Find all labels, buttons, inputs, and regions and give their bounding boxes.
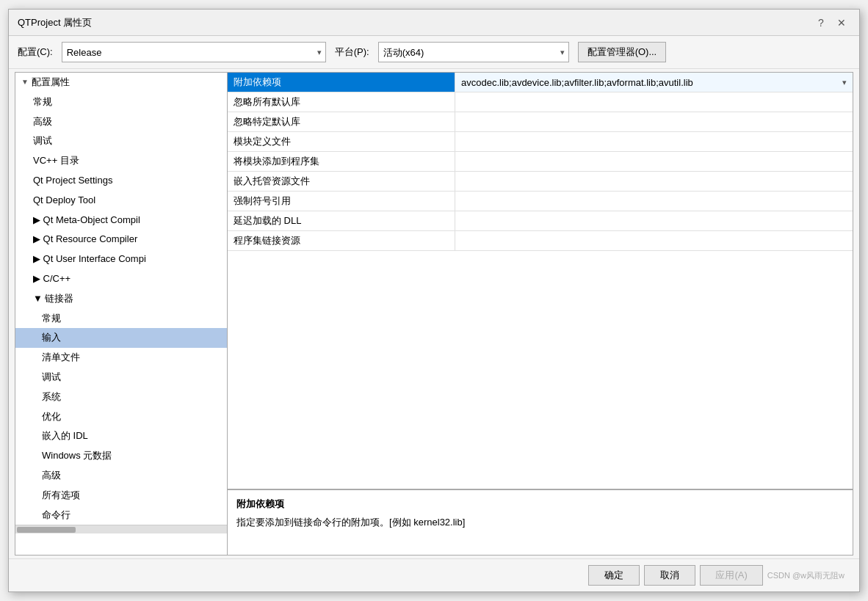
tree-root-label: 配置属性: [32, 75, 70, 90]
tree-item-qt-meta[interactable]: ▶ Qt Meta-Object Compil: [15, 211, 227, 230]
title-bar: QTProject 属性页 ? ✕: [9, 10, 859, 36]
tree-item-qt-project[interactable]: Qt Project Settings: [15, 171, 227, 191]
main-content: ▼ 配置属性 常规 高级 调试 VC++ 目录 Qt Project Setti…: [15, 72, 853, 556]
prop-value-5: [455, 172, 853, 191]
tree-item-vcdir[interactable]: VC++ 目录: [15, 151, 227, 171]
title-bar-buttons: ? ✕: [812, 14, 850, 32]
tree-item-linker-optimize[interactable]: 优化: [15, 407, 227, 427]
tree-item-qt-ui[interactable]: ▶ Qt User Interface Compi: [15, 249, 227, 269]
tree-root[interactable]: ▼ 配置属性: [15, 73, 227, 92]
prop-name-1: 忽略所有默认库: [228, 92, 455, 112]
toolbar: 配置(C): Release 平台(P): 活动(x64) 配置管理器(O)..…: [9, 36, 859, 69]
help-button[interactable]: ?: [812, 14, 830, 32]
prop-name-8: 程序集链接资源: [228, 231, 455, 250]
prop-row-8[interactable]: 程序集链接资源: [228, 231, 853, 251]
tree-scrollbar-thumb[interactable]: [17, 527, 76, 533]
close-button[interactable]: ✕: [833, 14, 850, 32]
root-expand-icon: ▼: [21, 76, 29, 88]
prop-value-text-0: avcodec.lib;avdevice.lib;avfilter.lib;av…: [461, 77, 693, 88]
prop-name-3: 模块定义文件: [228, 132, 455, 151]
prop-value-6: [455, 192, 853, 211]
tree-item-linker-advanced[interactable]: 高级: [15, 466, 227, 486]
prop-row-1[interactable]: 忽略所有默认库: [228, 92, 853, 112]
prop-value-8: [455, 231, 853, 250]
description-panel: 附加依赖项 指定要添加到链接命令行的附加项。[例如 kernel32.lib]: [228, 489, 853, 555]
config-select[interactable]: Release: [62, 42, 326, 62]
tree-item-linker-manifest[interactable]: 清单文件: [15, 348, 227, 368]
props-panel: 附加依赖项 avcodec.lib;avdevice.lib;avfilter.…: [228, 72, 853, 556]
tree-item-linker-regular[interactable]: 常规: [15, 309, 227, 329]
dialog: QTProject 属性页 ? ✕ 配置(C): Release 平台(P): …: [8, 9, 860, 592]
platform-select[interactable]: 活动(x64): [378, 42, 569, 62]
tree-item-linker-idl[interactable]: 嵌入的 IDL: [15, 426, 227, 446]
prop-row-5[interactable]: 嵌入托管资源文件: [228, 172, 853, 192]
tree-scrollbar[interactable]: [15, 525, 227, 533]
prop-name-2: 忽略特定默认库: [228, 112, 455, 131]
description-text: 指定要添加到链接命令行的附加项。[例如 kernel32.lib]: [236, 515, 844, 530]
tree-item-qt-deploy[interactable]: Qt Deploy Tool: [15, 191, 227, 211]
tree-item-linker-debug[interactable]: 调试: [15, 368, 227, 387]
prop-value-3: [455, 132, 853, 151]
tree-item-linker[interactable]: ▼ 链接器: [15, 289, 227, 309]
prop-row-2[interactable]: 忽略特定默认库: [228, 112, 853, 132]
config-select-wrapper: Release: [62, 42, 326, 62]
footer: 确定 取消 应用(A) CSDN @w风雨无阻w: [9, 558, 859, 591]
tree-item-cpp[interactable]: ▶ C/C++: [15, 269, 227, 289]
tree-panel: ▼ 配置属性 常规 高级 调试 VC++ 目录 Qt Project Setti…: [15, 72, 228, 556]
prop-value-chevron-0: ▾: [842, 78, 847, 87]
config-manager-button[interactable]: 配置管理器(O)...: [578, 42, 667, 62]
prop-value-2: [455, 112, 853, 131]
tree-item-debug1[interactable]: 调试: [15, 131, 227, 151]
prop-name-0: 附加依赖项: [228, 73, 455, 92]
config-label: 配置(C):: [18, 45, 53, 59]
tree-item-regular1[interactable]: 常规: [15, 92, 227, 112]
prop-value-1: [455, 92, 853, 112]
prop-name-5: 嵌入托管资源文件: [228, 172, 455, 191]
tree-item-linker-system[interactable]: 系统: [15, 387, 227, 407]
prop-name-7: 延迟加载的 DLL: [228, 211, 455, 230]
prop-value-0: avcodec.lib;avdevice.lib;avfilter.lib;av…: [455, 73, 853, 92]
prop-value-4: [455, 152, 853, 171]
prop-row-3[interactable]: 模块定义文件: [228, 132, 853, 152]
ok-button[interactable]: 确定: [588, 565, 640, 586]
prop-row-6[interactable]: 强制符号引用: [228, 192, 853, 211]
tree-item-linker-cmdline[interactable]: 命令行: [15, 506, 227, 525]
prop-name-6: 强制符号引用: [228, 192, 455, 211]
prop-row-4[interactable]: 将模块添加到程序集: [228, 152, 853, 172]
watermark: CSDN @w风雨无阻w: [767, 570, 845, 581]
platform-label: 平台(P):: [335, 45, 369, 59]
platform-select-wrapper: 活动(x64): [378, 42, 569, 62]
props-table: 附加依赖项 avcodec.lib;avdevice.lib;avfilter.…: [228, 73, 853, 489]
apply-button[interactable]: 应用(A): [700, 565, 762, 586]
dialog-title: QTProject 属性页: [18, 16, 92, 29]
prop-row-7[interactable]: 延迟加载的 DLL: [228, 211, 853, 231]
cancel-button[interactable]: 取消: [644, 565, 695, 586]
tree-item-qt-resource[interactable]: ▶ Qt Resource Compiler: [15, 230, 227, 249]
tree-item-linker-winmeta[interactable]: Windows 元数据: [15, 446, 227, 466]
description-title: 附加依赖项: [236, 498, 844, 511]
tree-item-advanced1[interactable]: 高级: [15, 112, 227, 132]
prop-name-4: 将模块添加到程序集: [228, 152, 455, 171]
prop-value-7: [455, 211, 853, 230]
prop-row-0[interactable]: 附加依赖项 avcodec.lib;avdevice.lib;avfilter.…: [228, 73, 853, 92]
tree-item-linker-input[interactable]: 输入: [15, 328, 227, 348]
tree-item-linker-all[interactable]: 所有选项: [15, 486, 227, 506]
